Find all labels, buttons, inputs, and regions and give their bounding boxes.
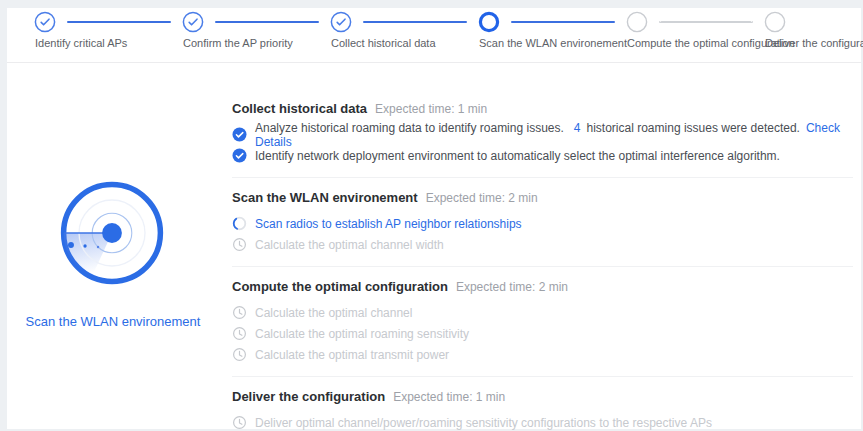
section-4: Deliver the configurationExpected time: … [232,389,853,431]
clock-icon [232,347,247,362]
step-connector-dashed [659,21,753,23]
step-2-done-icon [182,11,204,33]
step-connector-solid [511,21,615,23]
stepper-divider [7,62,861,63]
section-1: Collect historical dataExpected time: 1 … [232,101,853,178]
step-4-current-icon [478,11,500,33]
task-row: Calculate the optimal channel [232,302,853,323]
step-6-label: Deliver the configuration [765,37,863,49]
task-text-part: Deliver optimal channel/power/roaming se… [255,416,712,430]
step-3-label: Collect historical data [331,37,436,49]
task-text-part: Calculate the optimal roaming sensitivit… [255,327,469,341]
section-expected-time: Expected time: 2 min [426,191,538,205]
step-3-done-icon [330,11,352,33]
spinner-icon [232,216,247,231]
step-connector-solid [67,21,171,23]
wlan-optimization-wizard: Identify critical APsConfirm the AP prio… [0,0,863,431]
task-row: Calculate the optimal transmit power [232,344,853,365]
check-circle-icon [232,148,247,163]
task-text: Scan radios to establish AP neighbor rel… [255,217,522,231]
clock-icon [232,415,247,430]
task-text: Identify network deployment environment … [255,149,780,163]
task-text-part: Scan radios to establish AP neighbor rel… [255,217,522,231]
step-4-label: Scan the WLAN environement [479,37,627,49]
step-1-done-icon [34,11,56,33]
task-text: Deliver optimal channel/power/roaming se… [255,416,712,430]
task-row: Deliver optimal channel/power/roaming se… [232,412,853,431]
step-connector-solid [215,21,319,23]
section-title: Scan the WLAN environement [232,190,418,205]
radar-scan-icon [57,178,167,288]
step-6-upcoming-icon [764,11,786,33]
issue-count: 4 [574,121,581,135]
step-5-upcoming-icon [626,11,648,33]
section-expected-time: Expected time: 2 min [456,280,568,294]
task-text: Calculate the optimal transmit power [255,348,449,362]
check-circle-icon [232,127,247,142]
task-text-part: Analyze historical roaming data to ident… [255,121,564,135]
section-2: Scan the WLAN environementExpected time:… [232,190,853,267]
task-row: Analyze historical roaming data to ident… [232,124,853,145]
task-text: Calculate the optimal roaming sensitivit… [255,327,469,341]
task-row: Calculate the optimal roaming sensitivit… [232,323,853,344]
section-title: Compute the optimal configuration [232,279,448,294]
task-row: Identify network deployment environment … [232,145,853,166]
step-2-label: Confirm the AP priority [183,37,293,49]
task-row: Calculate the optimal channel width [232,234,853,255]
section-3: Compute the optimal configurationExpecte… [232,279,853,377]
task-text-part: Calculate the optimal channel [255,306,412,320]
task-sections: Collect historical dataExpected time: 1 … [232,101,853,431]
section-title: Collect historical data [232,101,367,116]
task-row: Scan radios to establish AP neighbor rel… [232,213,853,234]
illustration-caption: Scan the WLAN environement [12,314,214,329]
section-expected-time: Expected time: 1 min [393,390,505,404]
task-text: Calculate the optimal channel width [255,238,444,252]
clock-icon [232,326,247,341]
step-connector-solid [363,21,467,23]
task-text-part: Identify network deployment environment … [255,149,780,163]
task-text: Calculate the optimal channel [255,306,412,320]
task-text-part: Calculate the optimal channel width [255,238,444,252]
task-text: Analyze historical roaming data to ident… [255,121,853,149]
clock-icon [232,305,247,320]
section-title: Deliver the configuration [232,389,385,404]
section-expected-time: Expected time: 1 min [375,102,487,116]
step-1-label: Identify critical APs [35,37,127,49]
clock-icon [232,237,247,252]
task-text-part: Calculate the optimal transmit power [255,348,449,362]
task-text-part: historical roaming issues were detected. [587,121,800,135]
